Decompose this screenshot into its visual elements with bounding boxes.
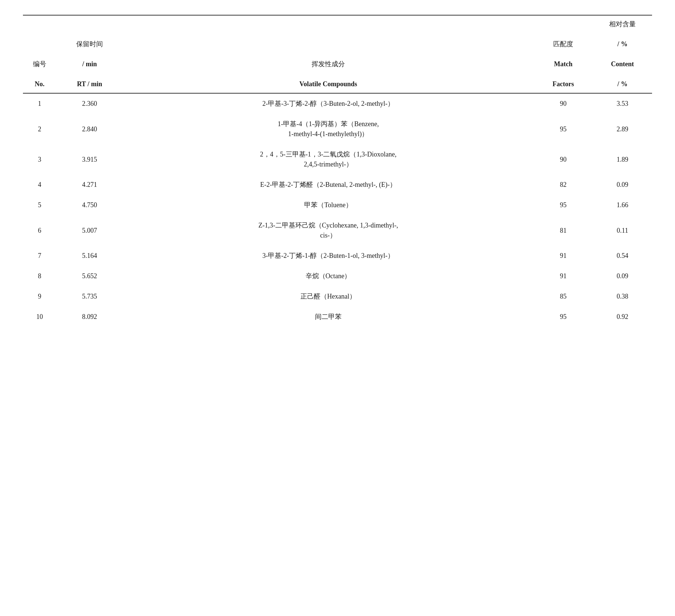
table-container: 编号 No. 保留时间 / min RT / min 挥发性成分 Volatil… [23,15,652,327]
cell-rt: 5.735 [56,286,123,307]
volatile-compounds-table: 编号 No. 保留时间 / min RT / min 挥发性成分 Volatil… [23,15,652,327]
cell-no: 1 [23,93,56,114]
cell-compound: 甲苯（Toluene） [123,195,534,215]
cell-no: 3 [23,144,56,175]
table-row: 12.3602-甲基-3-丁烯-2-醇（3-Buten-2-ol, 2-meth… [23,93,652,114]
cell-content: 0.92 [593,307,652,327]
cell-rt: 5.652 [56,266,123,286]
cell-match: 85 [534,286,593,307]
table-row: 95.735正己醛（Hexanal）850.38 [23,286,652,307]
cell-compound: 辛烷（Octane） [123,266,534,286]
cell-rt: 3.915 [56,144,123,175]
header-compound: 挥发性成分 Volatile Compounds [123,15,534,93]
cell-no: 4 [23,175,56,195]
cell-match: 95 [534,307,593,327]
cell-compound: 正己醛（Hexanal） [123,286,534,307]
cell-content: 0.09 [593,175,652,195]
cell-rt: 4.750 [56,195,123,215]
cell-rt: 5.007 [56,215,123,246]
cell-content: 1.66 [593,195,652,215]
cell-content: 0.54 [593,246,652,266]
cell-match: 90 [534,144,593,175]
cell-no: 8 [23,266,56,286]
cell-rt: 4.271 [56,175,123,195]
cell-content: 3.53 [593,93,652,114]
cell-content: 2.89 [593,114,652,144]
cell-compound: 1-甲基-4（1-异丙基）苯（Benzene,1-methyl-4-(1-met… [123,114,534,144]
cell-match: 82 [534,175,593,195]
table-row: 22.8401-甲基-4（1-异丙基）苯（Benzene,1-methyl-4-… [23,114,652,144]
cell-no: 6 [23,215,56,246]
cell-no: 5 [23,195,56,215]
cell-content: 0.09 [593,266,652,286]
table-row: 54.750甲苯（Toluene）951.66 [23,195,652,215]
table-row: 85.652辛烷（Octane）910.09 [23,266,652,286]
cell-rt: 2.360 [56,93,123,114]
cell-no: 7 [23,246,56,266]
table-row: 44.271E-2-甲基-2-丁烯醛（2-Butenal, 2-methyl-,… [23,175,652,195]
cell-match: 90 [534,93,593,114]
cell-match: 95 [534,195,593,215]
table-row: 65.007Z-1,3-二甲基环己烷（Cyclohexane, 1,3-dime… [23,215,652,246]
cell-compound: E-2-甲基-2-丁烯醛（2-Butenal, 2-methyl-, (E)-） [123,175,534,195]
cell-no: 2 [23,114,56,144]
cell-compound: 间二甲苯 [123,307,534,327]
cell-match: 81 [534,215,593,246]
cell-content: 1.89 [593,144,652,175]
cell-rt: 5.164 [56,246,123,266]
cell-content: 0.38 [593,286,652,307]
cell-rt: 8.092 [56,307,123,327]
table-row: 33.9152，4，5-三甲基-1，3-二氧戊烷（1,3-Dioxolane,2… [23,144,652,175]
cell-compound: Z-1,3-二甲基环己烷（Cyclohexane, 1,3-dimethyl-,… [123,215,534,246]
table-row: 75.1643-甲基-2-丁烯-1-醇（2-Buten-1-ol, 3-meth… [23,246,652,266]
header-match: 匹配度 Match Factors [534,15,593,93]
cell-no: 9 [23,286,56,307]
cell-match: 95 [534,114,593,144]
cell-compound: 2，4，5-三甲基-1，3-二氧戊烷（1,3-Dioxolane,2,4,5-t… [123,144,534,175]
cell-match: 91 [534,266,593,286]
cell-compound: 3-甲基-2-丁烯-1-醇（2-Buten-1-ol, 3-methyl-） [123,246,534,266]
cell-content: 0.11 [593,215,652,246]
cell-compound: 2-甲基-3-丁烯-2-醇（3-Buten-2-ol, 2-methyl-） [123,93,534,114]
header-rt: 保留时间 / min RT / min [56,15,123,93]
cell-match: 91 [534,246,593,266]
table-row: 108.092间二甲苯950.92 [23,307,652,327]
cell-rt: 2.840 [56,114,123,144]
cell-no: 10 [23,307,56,327]
header-no: 编号 No. [23,15,56,93]
header-content: 相对含量 / % Content / % [593,15,652,93]
